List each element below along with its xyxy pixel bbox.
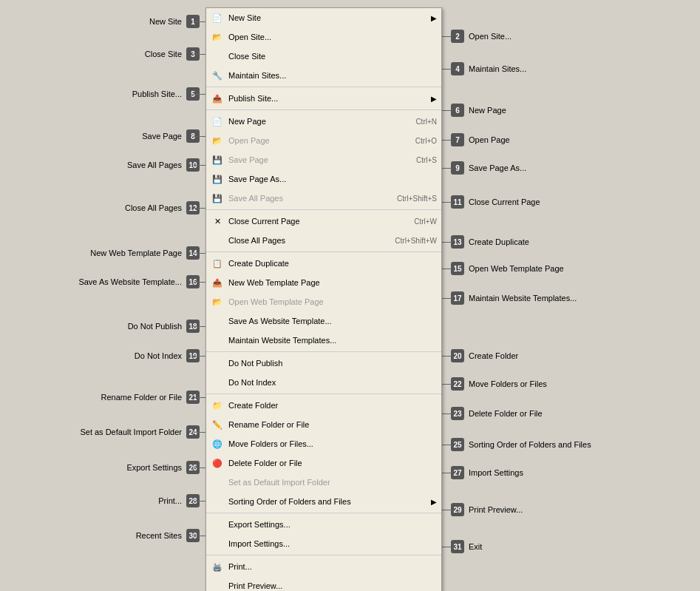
left-ann-24: Set as Default Import Folder24	[80, 425, 200, 439]
menu-item-print[interactable]: 🖨️Print...	[206, 557, 441, 576]
menu-label-do-not-publish: Do Not Publish	[228, 359, 437, 368]
right-ann-11: 11Close Current Page	[451, 195, 540, 209]
ann-badge-right-11: 11	[451, 195, 464, 209]
menu-label-save-page: Save Page	[228, 155, 404, 164]
menu-item-delete-folder-file[interactable]: 🔴Delete Folder or File	[206, 453, 441, 473]
right-ann-7: 7Open Page	[451, 133, 510, 146]
menu-item-open-site[interactable]: 📂Open Site...	[206, 27, 441, 47]
menu-label-sorting-order: Sorting Order of Folders and Files	[228, 497, 425, 506]
ann-label-8: Save Page	[142, 132, 182, 141]
menu-icon-open-site: 📂	[209, 29, 225, 45]
left-ann-21: Rename Folder or File21	[101, 391, 200, 404]
menu-item-create-duplicate[interactable]: 📋Create Duplicate	[206, 254, 441, 273]
ann-badge-10: 10	[186, 158, 200, 172]
ann-label-right-6: New Page	[469, 106, 506, 115]
menu-icon-open-page: 📂	[209, 132, 225, 149]
menu-icon-new-site: 📄	[209, 10, 225, 26]
menu-label-new-page: New Page	[228, 117, 404, 126]
ann-label-right-22: Move Folders or Files	[469, 379, 547, 388]
menu-icon-create-duplicate: 📋	[209, 255, 225, 271]
ann-badge-right-23: 23	[451, 407, 464, 420]
ann-badge-26: 26	[186, 461, 200, 474]
ann-badge-right-13: 13	[451, 235, 464, 249]
menu-item-save-page-as[interactable]: 💾Save Page As...	[206, 169, 441, 189]
menu-icon-rename-folder-file: ✏️	[209, 416, 225, 433]
menu-item-save-as-website-template[interactable]: Save As Website Template...	[206, 311, 441, 331]
menu-item-rename-folder-file[interactable]: ✏️Rename Folder or File	[206, 415, 441, 434]
menu-icon-close-all-pages	[209, 232, 225, 249]
right-ann-27: 27Import Settings	[451, 466, 523, 479]
menu-icon-print-preview	[209, 578, 225, 591]
ann-label-right-25: Sorting Order of Folders and Files	[469, 440, 591, 449]
ann-label-21: Rename Folder or File	[101, 393, 182, 402]
ann-badge-30: 30	[186, 529, 200, 542]
menu-item-open-web-template-page[interactable]: 📂Open Web Template Page	[206, 292, 441, 311]
menu-icon-set-default-import-folder	[209, 474, 225, 490]
ann-label-14: New Web Template Page	[90, 249, 182, 257]
ann-label-right-20: Create Folder	[469, 351, 518, 360]
ann-label-26: Export Settings	[126, 463, 182, 472]
right-ann-4: 4Maintain Sites...	[451, 62, 526, 75]
left-ann-5: Publish Site...5	[132, 87, 200, 101]
main-scene: New Site1Close Site3Publish Site...5Save…	[0, 0, 700, 591]
ann-badge-3: 3	[186, 47, 200, 61]
menu-label-open-web-template-page: Open Web Template Page	[228, 297, 437, 306]
menu-label-export-settings: Export Settings...	[228, 520, 437, 529]
ann-label-19: Do Not Index	[135, 351, 182, 360]
ann-badge-right-6: 6	[451, 104, 464, 117]
right-ann-6: 6New Page	[451, 104, 506, 117]
menu-item-close-site[interactable]: Close Site	[206, 47, 441, 66]
right-ann-9: 9Save Page As...	[451, 161, 526, 175]
right-ann-2: 2Open Site...	[451, 30, 512, 43]
menu-icon-publish-site: 📤	[209, 90, 225, 107]
ann-label-18: Do Not Publish	[128, 322, 182, 331]
ann-label-24: Set as Default Import Folder	[80, 428, 182, 436]
menu-item-close-current-page[interactable]: ✕Close Current PageCtrl+W	[206, 212, 441, 231]
ann-label-right-7: Open Page	[469, 135, 510, 144]
menu-item-export-settings[interactable]: Export Settings...	[206, 515, 441, 534]
menu-item-save-all-pages[interactable]: 💾Save All PagesCtrl+Shift+S	[206, 189, 441, 208]
menu-item-publish-site[interactable]: 📤Publish Site...▶	[206, 89, 441, 108]
menu-item-open-page[interactable]: 📂Open PageCtrl+O	[206, 131, 441, 150]
ann-label-10: Save All Pages	[127, 161, 182, 169]
menu-label-move-folders-files: Move Folders or Files...	[228, 439, 437, 448]
menu-label-new-web-template-page: New Web Template Page	[228, 278, 437, 287]
menu-item-do-not-publish[interactable]: Do Not Publish	[206, 354, 441, 373]
menu-separator	[206, 251, 441, 252]
menu-label-save-page-as: Save Page As...	[228, 175, 437, 183]
ann-label-right-11: Close Current Page	[469, 197, 540, 206]
ann-badge-right-4: 4	[451, 62, 464, 75]
ann-badge-right-29: 29	[451, 503, 464, 516]
menu-item-close-all-pages[interactable]: Close All PagesCtrl+Shift+W	[206, 231, 441, 250]
menu-icon-do-not-publish	[209, 355, 225, 371]
menu-item-save-page[interactable]: 💾Save PageCtrl+S	[206, 150, 441, 169]
ann-badge-21: 21	[186, 391, 200, 404]
menu-item-set-default-import-folder[interactable]: Set as Default Import Folder	[206, 473, 441, 492]
ann-label-right-4: Maintain Sites...	[469, 64, 526, 73]
menu-item-sorting-order[interactable]: Sorting Order of Folders and Files▶	[206, 492, 441, 511]
menu-shortcut-save-all-pages: Ctrl+Shift+S	[397, 195, 437, 203]
menu-icon-import-settings	[209, 536, 225, 552]
ann-label-right-23: Delete Folder or File	[469, 409, 543, 418]
menu-separator	[206, 209, 441, 210]
ann-badge-right-31: 31	[451, 540, 464, 553]
menu-item-new-site[interactable]: 📄New Site▶	[206, 8, 441, 27]
menu-item-maintain-website-templates[interactable]: Maintain Website Templates...	[206, 331, 441, 350]
menu-item-create-folder[interactable]: 📁Create Folder	[206, 396, 441, 415]
menu-label-maintain-website-templates: Maintain Website Templates...	[228, 336, 437, 345]
menu-label-print: Print...	[228, 562, 437, 571]
right-ann-25: 25Sorting Order of Folders and Files	[451, 438, 591, 451]
ann-label-3: Close Site	[145, 50, 182, 58]
context-menu: 📄New Site▶📂Open Site...Close Site🔧Mainta…	[205, 7, 442, 591]
menu-label-do-not-index: Do Not Index	[228, 378, 437, 387]
menu-item-import-settings[interactable]: Import Settings...	[206, 534, 441, 553]
menu-item-do-not-index[interactable]: Do Not Index	[206, 373, 441, 392]
ann-badge-19: 19	[186, 349, 200, 362]
menu-item-new-page[interactable]: 📄New PageCtrl+N	[206, 112, 441, 131]
ann-label-right-2: Open Site...	[469, 32, 512, 41]
menu-item-move-folders-files[interactable]: 🌐Move Folders or Files...	[206, 434, 441, 453]
menu-item-maintain-sites[interactable]: 🔧Maintain Sites...	[206, 66, 441, 85]
menu-item-print-preview[interactable]: Print Preview...	[206, 576, 441, 591]
ann-badge-right-17: 17	[451, 291, 464, 305]
menu-item-new-web-template-page[interactable]: 📤New Web Template Page	[206, 273, 441, 292]
